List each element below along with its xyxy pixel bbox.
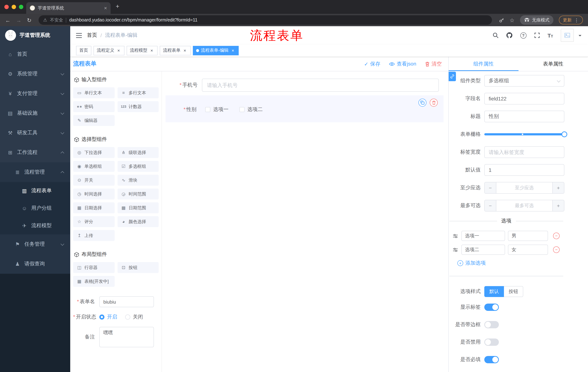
address-bar[interactable]: ⚠ 不安全 dashboard.yudao.iocoder.cn/bpm/man…: [38, 15, 492, 25]
browser-tab[interactable]: 芋道管理系统 ×: [26, 2, 111, 14]
tag-process-form-edit[interactable]: 流程表单-编辑 ×: [193, 46, 239, 55]
app-logo[interactable]: 芋道管理系统: [0, 26, 70, 44]
back-button[interactable]: ←: [5, 17, 10, 23]
palette-item-select[interactable]: ◎下拉选择: [73, 147, 115, 158]
palette-item-time-picker[interactable]: ◷时间选择: [73, 189, 115, 200]
palette-item-color-picker[interactable]: ◕颜色选择: [117, 216, 159, 227]
increase-button[interactable]: +: [552, 200, 564, 211]
tag-process-form[interactable]: 流程表单 ×: [160, 46, 191, 55]
reload-button[interactable]: ↻: [27, 17, 32, 23]
clear-button[interactable]: 清空: [425, 61, 442, 67]
palette-item-slider[interactable]: ∿滑块: [117, 175, 159, 186]
sidebar-item-system[interactable]: ⚙ 系统管理: [0, 64, 70, 84]
palette-item-editor[interactable]: ✎编辑器: [73, 115, 115, 126]
tag-process-model[interactable]: 流程模型 ×: [127, 46, 158, 55]
form-remark-textarea[interactable]: 嘿嘿: [99, 327, 154, 347]
close-icon[interactable]: ×: [182, 48, 187, 53]
component-type-select[interactable]: [484, 75, 564, 87]
increase-button[interactable]: +: [552, 182, 564, 193]
checkbox-box[interactable]: [239, 107, 244, 112]
url-text[interactable]: dashboard.yudao.iocoder.cn/bpm/manager/f…: [69, 18, 198, 22]
sidebar-item-home[interactable]: ⌂ 首页: [0, 44, 70, 64]
sidebar-item-process-management[interactable]: ≣ 流程管理: [0, 162, 70, 182]
palette-item-password[interactable]: ∗∗密码: [73, 101, 115, 112]
palette-item-date-picker[interactable]: ▦日期选择: [73, 202, 115, 213]
breadcrumb-home[interactable]: 首页: [87, 32, 97, 39]
sidebar-item-devtools[interactable]: ⚒ 研发工具: [0, 123, 70, 143]
palette-item-row-container[interactable]: ◫行容器: [73, 262, 115, 273]
tab-form-props[interactable]: 表单属性: [518, 57, 588, 71]
add-option-button[interactable]: + 添加选项: [449, 260, 588, 266]
title-input[interactable]: [484, 111, 564, 122]
select-input[interactable]: [484, 75, 564, 87]
phone-field-row[interactable]: *手机号: [166, 79, 443, 92]
github-icon[interactable]: [506, 32, 513, 39]
required-toggle[interactable]: [484, 356, 499, 363]
sidebar-item-process-form[interactable]: ▥ 流程表单: [0, 182, 70, 200]
close-tab-icon[interactable]: ×: [104, 5, 107, 11]
zoom-window-button[interactable]: [19, 5, 23, 9]
form-name-input[interactable]: [99, 296, 154, 307]
field-name-input[interactable]: [484, 93, 564, 105]
copy-widget-button[interactable]: [419, 99, 426, 107]
label-width-input[interactable]: [484, 146, 564, 158]
disabled-toggle[interactable]: [484, 339, 499, 346]
gender-widget-selected[interactable]: *性别 选项一 选项二: [166, 95, 443, 122]
view-json-button[interactable]: 查看json: [389, 61, 416, 67]
font-size-icon[interactable]: TT: [547, 32, 553, 38]
save-button[interactable]: ✓ 保存: [364, 61, 380, 67]
stepper-placeholder[interactable]: 最多可选: [496, 200, 552, 211]
tag-process-definition[interactable]: 流程定义 ×: [94, 46, 125, 55]
tag-home[interactable]: 首页: [76, 46, 91, 55]
form-canvas[interactable]: *手机号 *性别 选项一: [162, 71, 448, 372]
checkbox-option-2[interactable]: 选项二: [239, 106, 263, 113]
sidebar-item-task-management[interactable]: ⚑ 任务管理: [0, 234, 70, 254]
sidebar-item-leave-query[interactable]: ♟ 请假查询: [0, 254, 70, 274]
slider-handle[interactable]: [561, 131, 567, 137]
close-icon[interactable]: ×: [116, 48, 121, 53]
sidebar-item-payment[interactable]: ¥ 支付管理: [0, 84, 70, 103]
palette-item-checkbox-group[interactable]: ☑多选框组: [117, 161, 159, 172]
palette-item-switch[interactable]: ⊙开关: [73, 175, 115, 186]
default-value-input[interactable]: [484, 164, 564, 176]
palette-item-time-range[interactable]: ◶时间范围: [117, 189, 159, 200]
minimize-window-button[interactable]: [12, 5, 16, 9]
fullscreen-icon[interactable]: [534, 32, 540, 38]
palette-item-cascader[interactable]: ⋔级联选择: [117, 147, 159, 158]
remove-option-button[interactable]: −: [553, 233, 560, 239]
remove-option-button[interactable]: −: [553, 246, 560, 253]
drag-handle-icon[interactable]: [453, 234, 459, 238]
option-value-input[interactable]: [508, 231, 548, 241]
close-icon[interactable]: ×: [149, 48, 154, 53]
palette-item-upload[interactable]: ↥上传: [73, 230, 115, 241]
hamburger-menu-icon[interactable]: [70, 32, 87, 38]
checkbox-option-1[interactable]: 选项一: [205, 106, 229, 113]
decrease-button[interactable]: −: [485, 200, 496, 211]
sidebar-item-infrastructure[interactable]: ▤ 基础设施: [0, 103, 70, 123]
palette-item-radio-group[interactable]: ◉单选框组: [73, 161, 115, 172]
grid-slider[interactable]: [484, 128, 564, 140]
palette-item-date-range[interactable]: ▩日期范围: [117, 202, 159, 213]
help-icon[interactable]: ?: [520, 32, 526, 38]
security-label[interactable]: 不安全: [50, 17, 63, 23]
panel-collapse-handle[interactable]: [449, 72, 456, 81]
show-label-toggle[interactable]: [484, 304, 499, 311]
sidebar-item-user-groups[interactable]: ☺ 用户分组: [0, 200, 70, 217]
new-tab-button[interactable]: +: [116, 3, 119, 10]
tab-component-props[interactable]: 组件属性: [449, 57, 518, 71]
style-button-button[interactable]: 按钮: [504, 286, 523, 297]
palette-item-rate[interactable]: ☆评分: [73, 216, 115, 227]
palette-item-button[interactable]: ⊡按钮: [117, 262, 159, 273]
update-button[interactable]: 更新 ⋮: [559, 16, 583, 24]
option-label-input[interactable]: [461, 244, 505, 255]
sidebar-item-workflow[interactable]: ⊞ 工作流程: [0, 143, 70, 162]
option-label-input[interactable]: [461, 231, 505, 241]
style-default-button[interactable]: 默认: [484, 286, 504, 297]
avatar[interactable]: [561, 29, 574, 42]
checkbox-box[interactable]: [205, 107, 210, 112]
close-window-button[interactable]: [4, 5, 9, 9]
palette-item-counter[interactable]: 123计数器: [117, 101, 159, 112]
key-icon[interactable]: [499, 17, 504, 23]
slider-track[interactable]: [484, 133, 564, 135]
close-icon[interactable]: ×: [230, 48, 235, 53]
